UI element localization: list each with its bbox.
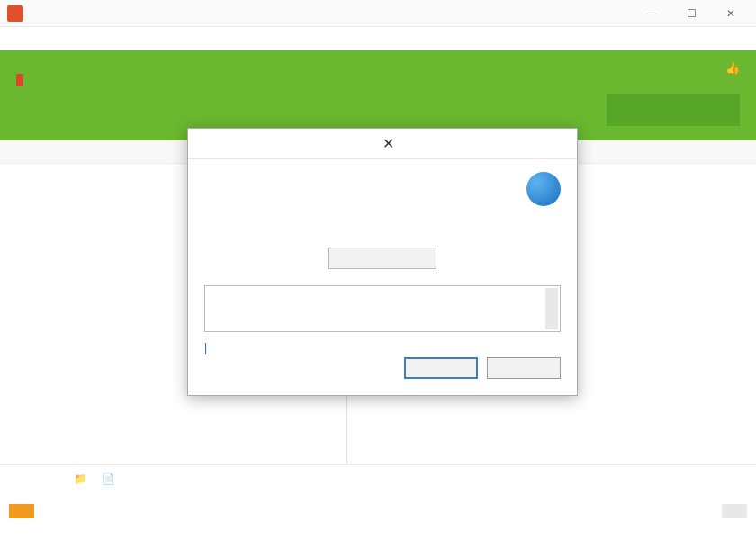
maximize-button[interactable]: ☐ xyxy=(673,1,709,26)
titlebar: ─ ☐ ✕ xyxy=(0,0,756,27)
ok-button[interactable] xyxy=(404,357,478,379)
product-logo-icon xyxy=(526,172,561,206)
status-band: 👍 xyxy=(0,50,756,140)
stop-button[interactable] xyxy=(607,94,740,126)
contributors-box[interactable] xyxy=(204,285,561,332)
minimize-button[interactable]: ─ xyxy=(634,1,670,26)
properties-icon: 📄 xyxy=(102,473,115,485)
current-path xyxy=(16,74,740,86)
folder-icon: 📁 xyxy=(74,473,87,485)
ignore-list-button[interactable] xyxy=(722,504,747,518)
like-button[interactable]: 👍 xyxy=(725,61,740,75)
help-button[interactable] xyxy=(487,357,561,379)
menubar xyxy=(0,27,756,50)
action-bar: 📁 📄 xyxy=(0,464,756,491)
upgrade-pro-button[interactable] xyxy=(9,504,34,518)
dialog-close-button[interactable]: ✕ xyxy=(382,135,566,152)
about-dialog: ✕ | xyxy=(187,128,578,396)
app-icon xyxy=(7,5,23,22)
close-button[interactable]: ✕ xyxy=(713,1,749,26)
footer xyxy=(0,491,756,531)
upgrade-now-button[interactable] xyxy=(328,248,436,269)
